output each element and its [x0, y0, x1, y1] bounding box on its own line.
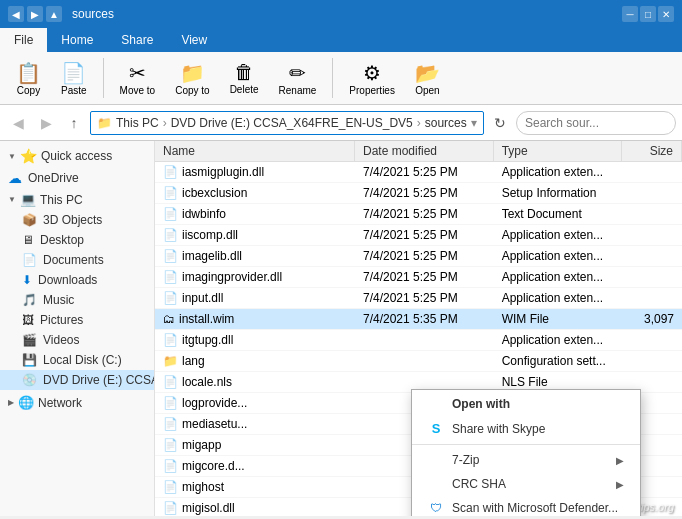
paste-btn[interactable]: 📄 Paste: [53, 59, 95, 98]
file-type: Application exten...: [494, 227, 623, 243]
sidebar-item-videos[interactable]: 🎬 Videos: [0, 330, 154, 350]
sub-arrow-icon: ▶: [616, 455, 624, 466]
table-row[interactable]: 📄idwbinfo 7/4/2021 5:25 PM Text Document: [155, 204, 682, 225]
table-row[interactable]: 📄itgtupg.dll Application exten...: [155, 330, 682, 351]
file-size: [622, 171, 682, 173]
forward-button[interactable]: ▶: [34, 111, 58, 135]
col-header-type[interactable]: Type: [494, 141, 623, 161]
file-name: 📁lang: [155, 353, 355, 369]
expand-icon-net: ▶: [8, 398, 14, 407]
file-name: 📄mediasetu...: [155, 416, 355, 432]
sidebar-item-local-disk[interactable]: 💾 Local Disk (C:): [0, 350, 154, 370]
file-name: 📄migisol.dll: [155, 500, 355, 516]
downloads-icon: ⬇: [22, 273, 32, 287]
file-size: [622, 276, 682, 278]
file-size: [622, 213, 682, 215]
sidebar: ▼ ⭐ Quick access ☁ OneDrive ▼ 💻 This PC …: [0, 141, 155, 516]
file-type: Text Document: [494, 206, 623, 222]
table-row[interactable]: 📄iasmigplugin.dll 7/4/2021 5:25 PM Appli…: [155, 162, 682, 183]
table-row[interactable]: 📄imagelib.dll 7/4/2021 5:25 PM Applicati…: [155, 246, 682, 267]
sidebar-item-dvd-drive[interactable]: 💿 DVD Drive (E:) CCSA: [0, 370, 154, 390]
pictures-icon: 🖼: [22, 313, 34, 327]
move-btn[interactable]: ✂ Move to: [112, 59, 164, 98]
file-list-container[interactable]: Name Date modified Type Size 📄iasmigplug…: [155, 141, 682, 516]
menu-label-crc: CRC SHA: [452, 477, 506, 491]
tab-home[interactable]: Home: [47, 28, 107, 52]
table-row[interactable]: 📁lang Configuration sett...: [155, 351, 682, 372]
file-type: Setup Information: [494, 185, 623, 201]
path-this-pc: This PC: [116, 116, 159, 130]
path-dropdown-icon[interactable]: ▾: [471, 116, 477, 130]
tab-share[interactable]: Share: [107, 28, 167, 52]
sidebar-item-pictures[interactable]: 🖼 Pictures: [0, 310, 154, 330]
minimize-button[interactable]: ─: [622, 6, 638, 22]
table-row[interactable]: 📄input.dll 7/4/2021 5:25 PM Application …: [155, 288, 682, 309]
menu-item-scan-defender[interactable]: 🛡 Scan with Microsoft Defender...: [412, 496, 640, 516]
menu-label-scan: Scan with Microsoft Defender...: [452, 501, 618, 515]
sub-arrow-icon2: ▶: [616, 479, 624, 490]
path-sources: sources: [425, 116, 467, 130]
menu-item-7zip[interactable]: 7-Zip ▶: [412, 448, 640, 472]
file-type: Configuration sett...: [494, 353, 623, 369]
localdisk-icon: 💾: [22, 353, 37, 367]
table-row-install-wim[interactable]: 🗂install.wim 7/4/2021 5:35 PM WIM File 3…: [155, 309, 682, 330]
back-button[interactable]: ◀: [6, 111, 30, 135]
copy-btn[interactable]: 📋 Copy: [8, 59, 49, 98]
col-header-date[interactable]: Date modified: [355, 141, 494, 161]
sidebar-item-desktop[interactable]: 🖥 Desktop: [0, 230, 154, 250]
search-input[interactable]: [516, 111, 676, 135]
tab-file[interactable]: File: [0, 28, 47, 52]
table-row[interactable]: 📄icbexclusion 7/4/2021 5:25 PM Setup Inf…: [155, 183, 682, 204]
file-size: [622, 192, 682, 194]
sidebar-item-this-pc[interactable]: ▼ 💻 This PC: [0, 189, 154, 210]
menu-item-crc[interactable]: CRC SHA ▶: [412, 472, 640, 496]
sidebar-item-documents[interactable]: 📄 Documents: [0, 250, 154, 270]
file-name: 📄migapp: [155, 437, 355, 453]
file-name: 📄logprovide...: [155, 395, 355, 411]
file-size: 3,097: [622, 311, 682, 327]
address-bar: ◀ ▶ ↑ 📁 This PC › DVD Drive (E:) CCSA_X6…: [0, 105, 682, 141]
tab-view[interactable]: View: [167, 28, 221, 52]
open-btn[interactable]: 📂 Open: [407, 59, 448, 98]
file-size: [622, 255, 682, 257]
sidebar-item-downloads[interactable]: ⬇ Downloads: [0, 270, 154, 290]
delete-btn[interactable]: 🗑 Delete: [222, 59, 267, 97]
file-date: [355, 339, 494, 341]
sidebar-item-quick-access[interactable]: ▼ ⭐ Quick access: [0, 145, 154, 167]
address-path[interactable]: 📁 This PC › DVD Drive (E:) CCSA_X64FRE_E…: [90, 111, 484, 135]
refresh-button[interactable]: ↻: [488, 111, 512, 135]
file-date: 7/4/2021 5:25 PM: [355, 248, 494, 264]
copy-to-btn[interactable]: 📁 Copy to: [167, 59, 217, 98]
file-date: [355, 360, 494, 362]
ribbon-commands: 📋 Copy 📄 Paste ✂ Move to 📁 Copy to 🗑 Del…: [0, 52, 682, 104]
sidebar-item-3d-objects[interactable]: 📦 3D Objects: [0, 210, 154, 230]
sep2: [332, 58, 333, 98]
maximize-button[interactable]: □: [640, 6, 656, 22]
file-type: NLS File: [494, 374, 623, 390]
up-button[interactable]: ↑: [62, 111, 86, 135]
music-icon: 🎵: [22, 293, 37, 307]
ribbon: File Home Share View 📋 Copy 📄 Paste ✂ Mo…: [0, 28, 682, 105]
menu-item-open-with[interactable]: Open with: [412, 392, 640, 416]
file-date: 7/4/2021 5:25 PM: [355, 164, 494, 180]
file-date: 7/4/2021 5:35 PM: [355, 311, 494, 327]
sidebar-item-network[interactable]: ▶ 🌐 Network: [0, 392, 154, 413]
desktop-icon: 🖥: [22, 233, 34, 247]
col-header-size[interactable]: Size: [622, 141, 682, 161]
col-header-name[interactable]: Name: [155, 141, 355, 161]
rename-btn[interactable]: ✏ Rename: [271, 59, 325, 98]
file-size: [622, 360, 682, 362]
properties-btn[interactable]: ⚙ Properties: [341, 59, 403, 98]
sidebar-item-onedrive[interactable]: ☁ OneDrive: [0, 167, 154, 189]
table-row[interactable]: 📄imagingprovider.dll 7/4/2021 5:25 PM Ap…: [155, 267, 682, 288]
menu-item-share-skype[interactable]: S Share with Skype: [412, 416, 640, 441]
file-name: 📄input.dll: [155, 290, 355, 306]
close-button[interactable]: ✕: [658, 6, 674, 22]
documents-icon: 📄: [22, 253, 37, 267]
computer-icon: 💻: [20, 192, 36, 207]
file-name: 📄imagelib.dll: [155, 248, 355, 264]
expand-icon: ▼: [8, 152, 16, 161]
table-row[interactable]: 📄iiscomp.dll 7/4/2021 5:25 PM Applicatio…: [155, 225, 682, 246]
title-bar-icons: ◀ ▶ ▲: [8, 6, 62, 22]
sidebar-item-music[interactable]: 🎵 Music: [0, 290, 154, 310]
